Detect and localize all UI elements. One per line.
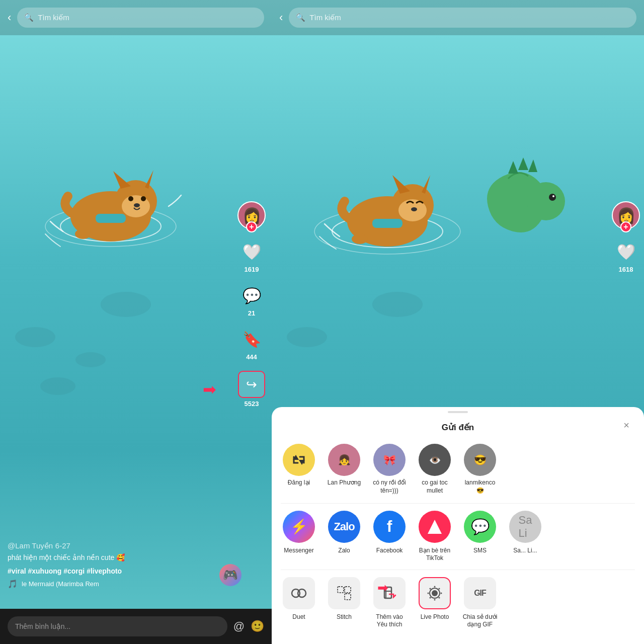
bookmark-icon: 🔖 <box>239 327 264 351</box>
divider-1 <box>281 503 635 504</box>
comment-count: 21 <box>248 309 255 317</box>
svg-point-43 <box>434 586 436 587</box>
close-button[interactable]: × <box>619 418 634 433</box>
contact-1[interactable]: 👧 Lan Phương <box>326 444 362 495</box>
hashtags: #viral #xuhuong #corgi #livephoto <box>8 567 236 575</box>
svg-point-11 <box>75 229 91 239</box>
left-panel: ‹ 🔍 Tìm kiếm <box>0 0 272 644</box>
search-text: Tìm kiếm <box>38 13 69 22</box>
action-gif[interactable]: GIF Chia sẻ dưới dạng GIF <box>462 577 498 629</box>
creator-avatar-container-right[interactable]: 👩 + <box>612 201 640 229</box>
creator-avatar-container[interactable]: 👩 + <box>237 201 266 229</box>
contact-2[interactable]: 🎀 có ny rồi đổi tên=))) <box>371 444 408 495</box>
app-sms[interactable]: 💬 SMS <box>462 511 498 562</box>
sms-icon: 💬 <box>464 511 496 543</box>
comment-input[interactable]: Thêm bình luận... <box>8 616 227 636</box>
svg-point-44 <box>434 599 436 600</box>
svg-point-7 <box>128 196 133 201</box>
svg-rect-37 <box>345 587 351 593</box>
app-zalo[interactable]: Zalo Zalo <box>326 511 362 562</box>
svg-point-25 <box>549 194 556 201</box>
video-info: @Lam Tuyền 6-27 phát hiện một chiếc ảnh … <box>8 541 236 589</box>
app-messenger[interactable]: ⚡ Messenger <box>281 511 317 562</box>
contact-repost[interactable]: Đăng lại <box>281 444 317 495</box>
svg-point-45 <box>428 592 429 594</box>
username: @Lam Tuyền 6-27 <box>8 541 236 551</box>
svg-point-48 <box>439 597 440 598</box>
apps-row: ⚡ Messenger Zalo Zalo f Facebook Bạn bè … <box>272 506 644 568</box>
action-duet[interactable]: Duet <box>281 577 317 629</box>
top-bar-right: ‹ 🔍 Tìm kiếm <box>272 0 644 35</box>
svg-point-8 <box>141 196 146 201</box>
app-tiktok-friends[interactable]: Bạn bè trên TikTok <box>417 511 453 562</box>
action-name-duet: Duet <box>292 613 305 621</box>
right-sidebar-right: 👩 + 🤍 1618 <box>612 201 640 273</box>
svg-marker-27 <box>508 161 518 174</box>
svg-point-20 <box>411 207 417 211</box>
actions-row: ➡ Duet Stitch <box>272 572 644 634</box>
divider-2 <box>281 570 635 570</box>
contact-name-2: có ny rồi đổi tên=))) <box>371 479 408 495</box>
app-name-facebook: Facebook <box>376 547 403 555</box>
like-count: 1619 <box>245 266 259 273</box>
messenger-icon: ⚡ <box>283 511 315 543</box>
svg-point-26 <box>552 195 554 197</box>
contact-name-1: Lan Phương <box>328 479 361 487</box>
comment-icon: 💬 <box>239 283 264 307</box>
comment-action-icons: @ 🙂 <box>233 620 264 633</box>
comment-button[interactable]: 💬 21 <box>239 283 264 317</box>
app-name-sms: SMS <box>473 547 487 555</box>
tiktok-friends-icon <box>419 511 451 543</box>
save-button[interactable]: 🔖 444 <box>239 327 264 361</box>
back-button[interactable]: ‹ <box>8 11 11 24</box>
action-stitch[interactable]: Stitch <box>326 577 362 629</box>
app-facebook[interactable]: f Facebook <box>371 511 408 562</box>
contact-avatar-1: 👧 <box>328 444 360 476</box>
right-sidebar: 👩 + 🤍 1619 💬 21 🔖 444 ↪ 5523 ➡ <box>237 201 266 408</box>
svg-marker-5 <box>113 171 131 189</box>
corgi-scene <box>20 116 211 267</box>
contact-4[interactable]: 😎 lanmikenco 😎 <box>462 444 498 495</box>
date: 6-27 <box>55 541 70 550</box>
facebook-icon: f <box>373 511 406 543</box>
sheet-title: Gửi đến <box>442 422 474 433</box>
top-bar: ‹ 🔍 Tìm kiếm <box>0 0 272 35</box>
emoji-icon[interactable]: 🙂 <box>251 620 264 633</box>
contact-3[interactable]: 👁️ co gai toc mullet <box>417 444 453 495</box>
follow-button[interactable]: + <box>246 221 257 232</box>
contact-avatar-2: 🎀 <box>373 444 406 476</box>
search-bar-right[interactable]: 🔍 Tìm kiếm <box>289 8 636 28</box>
like-button-right[interactable]: 🤍 1618 <box>614 239 638 273</box>
svg-point-41 <box>432 590 438 596</box>
other-icon: SaLi <box>509 511 541 543</box>
contacts-row: Đăng lại 👧 Lan Phương 🎀 có ny rồi đổi tê… <box>272 438 644 501</box>
follow-button-right[interactable]: + <box>620 221 631 232</box>
back-button-right[interactable]: ‹ <box>279 11 283 24</box>
svg-point-22 <box>352 234 368 244</box>
share-sheet: Gửi đến × Đăng lại 👧 Lan Phương 🎀 có ny … <box>272 407 644 644</box>
svg-point-47 <box>430 588 431 589</box>
svg-point-50 <box>430 597 431 598</box>
action-name-gif: Chia sẻ dưới dạng GIF <box>462 613 498 629</box>
music-text: le Mermaid (Marimba Rem <box>22 580 99 588</box>
search-icon-right: 🔍 <box>296 13 305 22</box>
share-button[interactable]: ↪ 5523 ➡ <box>238 371 265 408</box>
svg-point-24 <box>527 182 565 220</box>
mention-icon[interactable]: @ <box>233 620 245 633</box>
sheet-header: Gửi đến × <box>272 413 644 438</box>
svg-point-34 <box>298 589 306 597</box>
app-name-messenger: Messenger <box>284 547 313 555</box>
action-favorite[interactable]: Thêm vào Yêu thích <box>371 577 408 629</box>
repost-icon <box>283 444 315 476</box>
svg-point-46 <box>441 592 442 594</box>
action-livephoto[interactable]: Live Photo <box>417 577 453 629</box>
save-count: 444 <box>246 353 257 361</box>
app-other[interactable]: SaLi Sa... Li... <box>507 511 543 562</box>
music-icon: 🎵 <box>8 579 18 589</box>
search-bar[interactable]: 🔍 Tìm kiếm <box>17 8 264 28</box>
share-icon: ↪ <box>239 372 264 396</box>
search-icon: 🔍 <box>24 13 34 22</box>
heart-icon-right: 🤍 <box>614 239 638 264</box>
livephoto-icon <box>419 577 451 609</box>
like-button[interactable]: 🤍 1619 <box>239 239 264 273</box>
